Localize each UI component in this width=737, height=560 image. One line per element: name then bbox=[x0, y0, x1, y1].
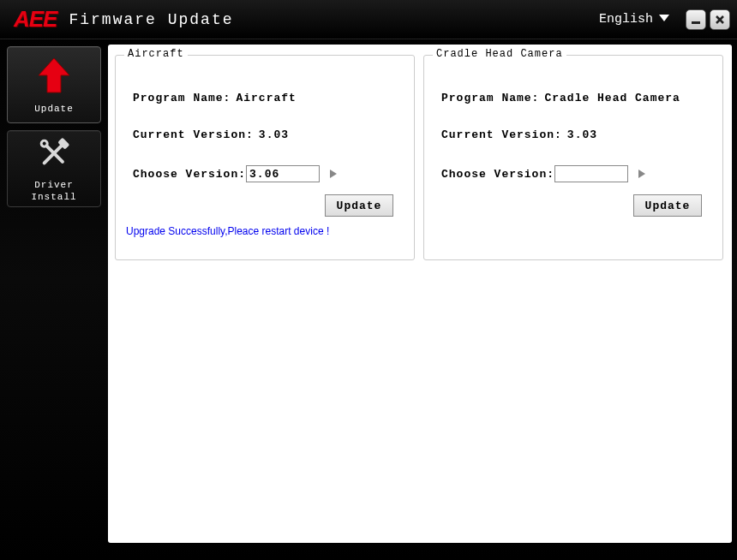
program-name-value: Aircraft bbox=[236, 92, 296, 104]
cradle-update-button[interactable]: Update bbox=[633, 194, 702, 217]
cradle-program-row: Program Name: Cradle Head Camera bbox=[441, 92, 710, 104]
aircraft-update-button[interactable]: Update bbox=[325, 194, 393, 217]
app-window: AEE Firmware Update English Update bbox=[0, 0, 737, 560]
aircraft-choose-row: Choose Version: bbox=[133, 165, 402, 182]
choose-version-label: Choose Version: bbox=[441, 168, 554, 181]
cradle-current-row: Current Version: 3.03 bbox=[441, 128, 710, 141]
logo: AEE bbox=[14, 6, 57, 33]
aircraft-version-input[interactable] bbox=[246, 165, 320, 182]
aircraft-version-dropdown[interactable] bbox=[328, 168, 339, 180]
sidebar-driver-label: Driver Install bbox=[31, 180, 76, 202]
cradle-version-input[interactable] bbox=[554, 165, 628, 182]
minimize-button[interactable] bbox=[686, 9, 706, 30]
window-title: Firmware Update bbox=[69, 11, 599, 28]
current-version-value: 3.03 bbox=[567, 128, 597, 141]
program-name-value: Cradle Head Camera bbox=[544, 92, 680, 104]
cradle-legend: Cradle Head Camera bbox=[433, 48, 566, 60]
aircraft-status-message: Upgrade Successfully,Pleace restart devi… bbox=[126, 217, 402, 237]
sidebar-item-update[interactable]: Update bbox=[7, 46, 101, 123]
current-version-label: Current Version: bbox=[133, 128, 254, 141]
aircraft-program-row: Program Name: Aircraft bbox=[133, 92, 402, 104]
language-label: English bbox=[599, 12, 653, 27]
aircraft-group: Aircraft Program Name: Aircraft Current … bbox=[115, 55, 415, 260]
cradle-group: Cradle Head Camera Program Name: Cradle … bbox=[423, 55, 723, 260]
aircraft-legend: Aircraft bbox=[124, 48, 188, 60]
language-selector[interactable]: English bbox=[599, 12, 670, 27]
sidebar-item-driver-install[interactable]: Driver Install bbox=[7, 130, 101, 207]
cradle-version-dropdown[interactable] bbox=[637, 168, 647, 180]
chevron-down-icon bbox=[658, 12, 670, 27]
close-button[interactable] bbox=[710, 9, 730, 30]
svg-marker-0 bbox=[659, 15, 669, 21]
svg-rect-1 bbox=[692, 21, 700, 24]
svg-marker-11 bbox=[638, 170, 645, 178]
window-body: Update Driv bbox=[0, 39, 737, 560]
svg-marker-10 bbox=[330, 170, 337, 178]
current-version-label: Current Version: bbox=[441, 128, 562, 141]
titlebar: AEE Firmware Update English bbox=[0, 0, 737, 39]
content-area: Aircraft Program Name: Aircraft Current … bbox=[108, 45, 732, 543]
sidebar-update-label: Update bbox=[34, 104, 74, 115]
program-name-label: Program Name: bbox=[441, 92, 539, 104]
aircraft-current-row: Current Version: 3.03 bbox=[133, 128, 402, 141]
svg-marker-4 bbox=[39, 58, 69, 92]
program-name-label: Program Name: bbox=[133, 92, 231, 104]
cradle-choose-row: Choose Version: bbox=[441, 165, 710, 182]
sidebar: Update Driv bbox=[5, 45, 105, 543]
tools-icon bbox=[35, 134, 73, 176]
upload-arrow-icon bbox=[33, 55, 75, 100]
choose-version-label: Choose Version: bbox=[133, 168, 246, 181]
current-version-value: 3.03 bbox=[259, 128, 289, 141]
